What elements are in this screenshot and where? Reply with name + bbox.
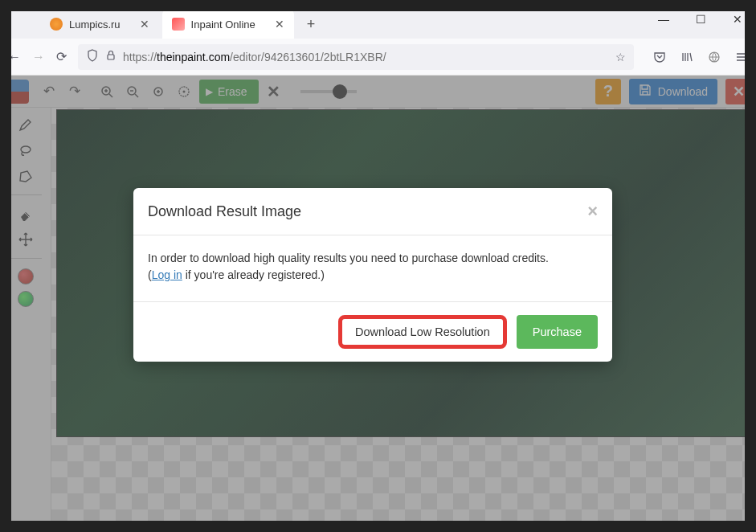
- svg-rect-0: [108, 55, 114, 59]
- modal-text: In order to download high quality result…: [148, 252, 549, 264]
- new-tab-button[interactable]: +: [297, 10, 325, 39]
- minimize-button[interactable]: —: [645, 0, 682, 39]
- purchase-button[interactable]: Purchase: [517, 315, 598, 349]
- close-icon[interactable]: ✕: [140, 18, 149, 31]
- menu-icon[interactable]: [735, 51, 748, 63]
- tab-label: Lumpics.ru: [69, 18, 121, 31]
- close-icon[interactable]: ✕: [275, 18, 284, 31]
- lock-icon: [105, 50, 116, 63]
- library-icon[interactable]: [680, 51, 693, 63]
- login-suffix: if you're already registered.): [182, 268, 325, 281]
- reload-button[interactable]: ⟳: [56, 49, 67, 64]
- tab-lumpics[interactable]: Lumpics.ru ✕: [40, 10, 159, 39]
- bookmark-icon[interactable]: ☆: [615, 51, 626, 63]
- modal-close-button[interactable]: ×: [587, 201, 598, 222]
- back-button[interactable]: ←: [8, 50, 21, 64]
- forward-button[interactable]: →: [32, 50, 45, 64]
- app-area: ↶ ↷ ▶ Erase ✕ ?: [0, 76, 756, 532]
- inpaint-favicon: [172, 18, 185, 31]
- close-window-button[interactable]: ✕: [719, 0, 756, 39]
- pocket-icon[interactable]: [653, 51, 666, 63]
- language-icon[interactable]: [708, 51, 721, 63]
- download-modal: Download Result Image × In order to down…: [133, 188, 612, 362]
- lumpics-favicon: [50, 18, 63, 31]
- tab-inpaint[interactable]: Inpaint Online ✕: [162, 10, 294, 39]
- download-low-res-button[interactable]: Download Low Resolution: [338, 315, 507, 349]
- tab-label: Inpaint Online: [191, 18, 255, 31]
- browser-navbar: ← → ⟳ https://theinpaint.com/editor/9426…: [0, 39, 756, 76]
- window-controls: — ☐ ✕: [645, 0, 756, 39]
- browser-tab-strip: Lumpics.ru ✕ Inpaint Online ✕ + — ☐ ✕: [0, 0, 756, 39]
- modal-title: Download Result Image: [148, 203, 587, 220]
- url-bar[interactable]: https://theinpaint.com/editor/942613601/…: [78, 44, 634, 70]
- url-text: https://theinpaint.com/editor/942613601/…: [123, 51, 609, 63]
- maximize-button[interactable]: ☐: [682, 0, 719, 39]
- shield-icon: [86, 49, 99, 64]
- modal-body: In order to download high quality result…: [133, 235, 612, 301]
- login-link[interactable]: Log in: [152, 268, 182, 281]
